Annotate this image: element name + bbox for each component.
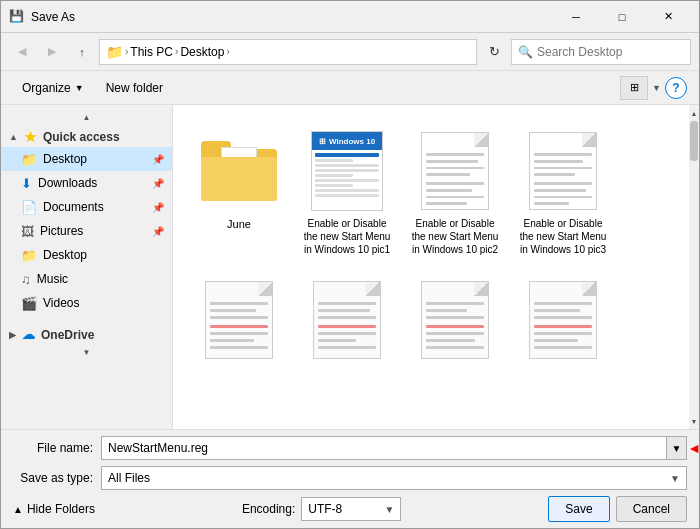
file-item-win1[interactable]: ⊞ Windows 10 (297, 121, 397, 262)
download-icon: ⬇ (21, 176, 32, 191)
folder-icon: 📁 (21, 152, 37, 167)
breadcrumb-desktop[interactable]: Desktop (180, 45, 224, 59)
close-button[interactable]: ✕ (645, 1, 691, 33)
help-button[interactable]: ? (665, 77, 687, 99)
sidebar-item-label: Music (37, 272, 68, 286)
filename-row: File name: ◄ ▼ (13, 436, 687, 460)
file-thumb-doc3 (523, 131, 603, 211)
savetype-arrow-icon: ▼ (670, 473, 680, 484)
hide-folders-label: Hide Folders (27, 502, 95, 516)
back-button[interactable]: ◀ (9, 39, 35, 65)
music-icon: ♫ (21, 272, 31, 287)
file-scroll-up-btn[interactable]: ▲ (689, 105, 699, 121)
pic-icon: 🖼 (21, 224, 34, 239)
toolbar: Organize ▼ New folder ⊞ ▼ ? (1, 71, 699, 105)
refresh-button[interactable]: ↻ (481, 39, 507, 65)
sidebar-item-downloads[interactable]: ⬇ Downloads 📌 (1, 171, 172, 195)
sidebar-item-desktop-qa[interactable]: 📁 Desktop 📌 (1, 147, 172, 171)
minimize-button[interactable]: ─ (553, 1, 599, 33)
file-item-doc2[interactable]: Enable or Disable the new Start Menu in … (405, 121, 505, 262)
file-item-doc6[interactable] (405, 270, 505, 372)
sidebar-item-label: Desktop (43, 152, 87, 166)
file-thumb-doc4 (199, 280, 279, 360)
sidebar-scroll-up[interactable]: ▲ (1, 109, 172, 125)
search-input[interactable] (537, 45, 687, 59)
maximize-button[interactable]: □ (599, 1, 645, 33)
organize-button[interactable]: Organize ▼ (13, 76, 93, 100)
search-bar: 🔍 (511, 39, 691, 65)
breadcrumb-sep-1: › (125, 46, 128, 57)
sidebar-item-label: Pictures (40, 224, 83, 238)
folder-icon-yellow: 📁 (21, 248, 37, 263)
sidebar-item-label: Desktop (43, 248, 87, 262)
filename-dropdown-btn[interactable]: ▼ (667, 436, 687, 460)
doc-header: ⊞ Windows 10 (312, 132, 382, 150)
encoding-dropdown[interactable]: UTF-8 ▼ (301, 497, 401, 521)
video-icon: 🎬 (21, 296, 37, 311)
file-thumb-doc6 (415, 280, 495, 360)
quick-access-header[interactable]: ▲ ★ Quick access (1, 125, 172, 147)
hide-icon: ▲ (13, 504, 23, 515)
file-label: June (227, 217, 251, 231)
sidebar-scroll-down[interactable]: ▼ (1, 344, 172, 360)
dropdown-arrow-icon: ▼ (672, 443, 682, 454)
savetype-label: Save as type: (13, 471, 93, 485)
help-icon: ? (672, 81, 679, 95)
file-thumb-win1: ⊞ Windows 10 (307, 131, 387, 211)
sidebar-item-desktop[interactable]: 📁 Desktop (1, 243, 172, 267)
file-label: Enable or Disable the new Start Menu in … (303, 217, 391, 256)
file-item-doc3[interactable]: Enable or Disable the new Start Menu in … (513, 121, 613, 262)
window-title: Save As (31, 10, 553, 24)
onedrive-section[interactable]: ▶ ☁ OneDrive (1, 323, 172, 344)
encoding-section: Encoding: UTF-8 ▼ (242, 497, 401, 521)
sidebar-item-label: Downloads (38, 176, 97, 190)
encoding-arrow-icon: ▼ (384, 504, 394, 515)
savetype-value: All Files (108, 471, 150, 485)
main-content: ▲ ▲ ★ Quick access 📁 Desktop 📌 ⬇ Downloa… (1, 105, 699, 429)
file-thumb-june: PDF (199, 131, 279, 211)
file-item-doc7[interactable] (513, 270, 613, 372)
file-item-doc4[interactable] (189, 270, 289, 372)
sidebar-item-music[interactable]: ♫ Music (1, 267, 172, 291)
file-item-june[interactable]: PDF June (189, 121, 289, 262)
up-button[interactable]: ↑ (69, 39, 95, 65)
toolbar-right: ⊞ ▼ ? (620, 76, 687, 100)
sidebar-item-label: Documents (43, 200, 104, 214)
footer-row: ▲ Hide Folders Encoding: UTF-8 ▼ Save Ca… (13, 496, 687, 522)
view-dropdown-icon: ▼ (652, 83, 661, 93)
encoding-label: Encoding: (242, 502, 295, 516)
search-icon: 🔍 (518, 45, 533, 59)
sidebar-item-pictures[interactable]: 🖼 Pictures 📌 (1, 219, 172, 243)
new-folder-button[interactable]: New folder (97, 76, 172, 100)
file-label: Enable or Disable the new Start Menu in … (519, 217, 607, 256)
breadcrumb-this-pc[interactable]: This PC (130, 45, 173, 59)
pin-icon-pictures: 📌 (152, 226, 164, 237)
view-button[interactable]: ⊞ (620, 76, 648, 100)
file-scroll-down-btn[interactable]: ▼ (689, 413, 699, 429)
save-button[interactable]: Save (548, 496, 609, 522)
filename-input[interactable] (101, 436, 667, 460)
file-scrollbar-thumb[interactable] (690, 121, 698, 161)
save-as-dialog: 💾 Save As ─ □ ✕ ◀ ▶ ↑ 📁 › This PC › Desk… (0, 0, 700, 529)
breadcrumb-sep-3: › (226, 46, 229, 57)
view-grid-icon: ⊞ (630, 81, 639, 94)
sidebar-item-documents[interactable]: 📄 Documents 📌 (1, 195, 172, 219)
pin-icon: 📌 (152, 154, 164, 165)
forward-button[interactable]: ▶ (39, 39, 65, 65)
breadcrumb-sep-2: › (175, 46, 178, 57)
sidebar-expand-icon: ▶ (9, 330, 16, 340)
savetype-dropdown[interactable]: All Files ▼ (101, 466, 687, 490)
quick-access-expand-icon: ▲ (9, 132, 18, 142)
file-item-doc5[interactable] (297, 270, 397, 372)
hide-folders-button[interactable]: ▲ Hide Folders (13, 502, 95, 516)
arrow-indicator: ◄ (687, 440, 700, 456)
organize-arrow-icon: ▼ (75, 83, 84, 93)
encoding-value: UTF-8 (308, 502, 342, 516)
action-buttons: Save Cancel (548, 496, 687, 522)
title-bar: 💾 Save As ─ □ ✕ (1, 1, 699, 33)
breadcrumb: 📁 › This PC › Desktop › (99, 39, 477, 65)
cancel-button[interactable]: Cancel (616, 496, 687, 522)
sidebar-item-videos[interactable]: 🎬 Videos (1, 291, 172, 315)
window-icon: 💾 (9, 9, 25, 25)
folder-icon: 📁 (106, 44, 123, 60)
